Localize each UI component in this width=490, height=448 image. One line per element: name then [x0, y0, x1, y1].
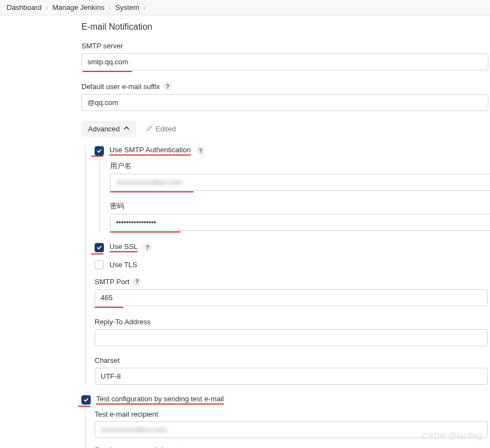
smtp-port-field: SMTP Port ?: [95, 277, 490, 308]
reply-to-input[interactable]: [95, 329, 488, 346]
use-ssl-row: Use SSL ?: [95, 242, 490, 252]
use-ssl-checkbox[interactable]: [95, 243, 104, 252]
advanced-block: Use SMTP Authentication ? 用户名 密码 Use SSL…: [85, 146, 490, 385]
smtp-server-input[interactable]: [81, 53, 488, 70]
breadcrumb: Dashboard › Manage Jenkins › System ›: [0, 0, 490, 15]
chevron-right-icon: ›: [109, 4, 111, 11]
reply-to-label: Reply-To Address: [95, 318, 490, 326]
auth-sub-block: 用户名 密码: [99, 161, 490, 233]
test-status-text: Email was successfully sent: [95, 446, 490, 448]
default-suffix-input[interactable]: [81, 94, 488, 111]
main-content: E-mail Notification SMTP server Default …: [0, 15, 490, 448]
smtp-port-label-text: SMTP Port: [95, 278, 129, 286]
default-suffix-label-text: Default user e-mail suffix: [81, 82, 160, 91]
use-tls-label: Use TLS: [109, 261, 137, 269]
test-sub-block: Test e-mail recipient Email was successf…: [85, 410, 490, 448]
test-config-row: Test configuration by sending test e-mai…: [81, 395, 490, 405]
smtp-server-label: SMTP server: [81, 42, 490, 50]
use-ssl-label: Use SSL: [109, 242, 137, 252]
test-config-label: Test configuration by sending test e-mai…: [96, 395, 224, 405]
use-smtp-auth-label: Use SMTP Authentication: [109, 146, 191, 156]
breadcrumb-system[interactable]: System: [115, 3, 139, 12]
help-icon[interactable]: ?: [143, 243, 152, 252]
use-tls-checkbox[interactable]: [95, 260, 104, 269]
charset-field: Charset: [95, 356, 490, 385]
password-input[interactable]: [110, 214, 490, 231]
section-title: E-mail Notification: [81, 22, 490, 32]
help-icon[interactable]: ?: [196, 146, 205, 155]
breadcrumb-dashboard[interactable]: Dashboard: [7, 3, 42, 12]
advanced-row: Advanced Edited: [81, 121, 490, 137]
smtp-port-label: SMTP Port ?: [95, 277, 490, 286]
advanced-button-label: Advanced: [88, 125, 120, 133]
pencil-icon: [146, 125, 153, 133]
username-input[interactable]: [110, 174, 490, 191]
breadcrumb-manage-jenkins[interactable]: Manage Jenkins: [52, 3, 104, 12]
use-smtp-auth-row: Use SMTP Authentication ?: [95, 146, 490, 156]
help-icon[interactable]: ?: [133, 277, 141, 286]
username-label: 用户名: [110, 161, 490, 171]
advanced-button[interactable]: Advanced: [81, 121, 136, 137]
help-icon[interactable]: ?: [163, 82, 172, 91]
chevron-right-icon: ›: [46, 4, 48, 11]
default-suffix-field: Default user e-mail suffix ?: [81, 82, 490, 111]
default-suffix-label: Default user e-mail suffix ?: [81, 82, 490, 91]
test-recipient-label: Test e-mail recipient: [95, 410, 490, 418]
use-smtp-auth-checkbox[interactable]: [95, 146, 104, 156]
smtp-server-field: SMTP server: [81, 42, 490, 72]
smtp-port-input[interactable]: [95, 289, 488, 306]
use-tls-row: Use TLS: [95, 260, 490, 269]
edited-label: Edited: [156, 125, 176, 133]
test-config-checkbox[interactable]: [81, 395, 91, 405]
chevron-right-icon: ›: [144, 4, 146, 11]
charset-input[interactable]: [95, 368, 488, 385]
password-label: 密码: [110, 201, 490, 211]
charset-label: Charset: [95, 356, 490, 364]
test-recipient-input[interactable]: [95, 421, 488, 438]
reply-to-field: Reply-To Address: [95, 318, 490, 346]
chevron-up-icon: [123, 125, 130, 133]
edited-indicator: Edited: [146, 125, 176, 133]
